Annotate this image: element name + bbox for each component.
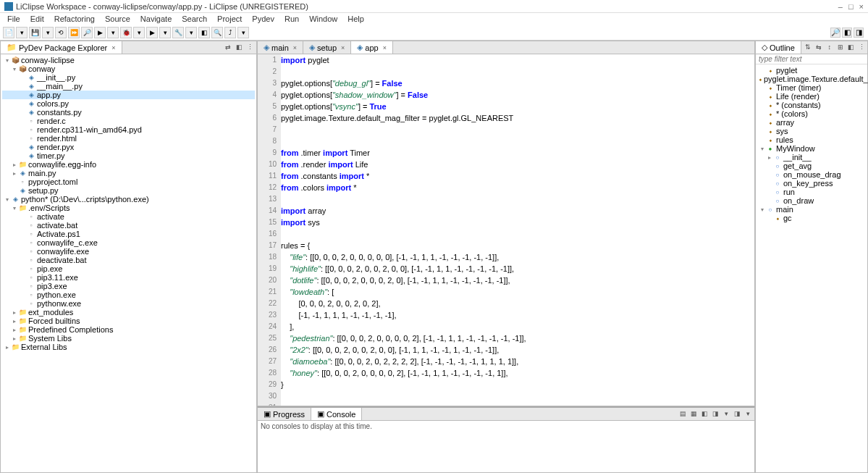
toolbar-button-4[interactable]: ⟲	[55, 27, 67, 38]
perspective-button-1[interactable]: ◧	[842, 28, 852, 38]
tree-item[interactable]: ▸◈main.py	[2, 169, 255, 177]
tree-item[interactable]: ▸📁conwaylife.egg-info	[2, 160, 255, 169]
explorer-tool-0[interactable]: ⇄	[223, 42, 233, 52]
tree-item[interactable]: ▸📁ext_modules	[2, 308, 255, 317]
outline-item[interactable]: ⬥array	[757, 118, 866, 127]
menu-navigate[interactable]: Navigate	[136, 14, 176, 23]
outline-item[interactable]: ○get_avg	[757, 162, 866, 170]
tree-item[interactable]: ▫deactivate.bat	[2, 256, 255, 264]
editor-tab-app[interactable]: ◈app×	[351, 41, 393, 54]
console-tab-console[interactable]: ▣Console	[311, 408, 362, 420]
close-icon[interactable]: ×	[111, 44, 115, 51]
console-tool-0[interactable]: ▤	[678, 409, 688, 419]
menu-window[interactable]: Window	[305, 14, 342, 23]
package-explorer-tab[interactable]: 📁 PyDev Package Explorer ×	[1, 41, 122, 54]
tree-item[interactable]: ▾📦conway	[2, 64, 255, 73]
outline-tool-1[interactable]: ⇆	[814, 42, 824, 52]
toolbar-button-10[interactable]: ▾	[133, 27, 145, 38]
menu-search[interactable]: Search	[177, 14, 211, 23]
toolbar-button-9[interactable]: 🐞	[120, 27, 132, 38]
tree-item[interactable]: ▫render.c	[2, 117, 255, 125]
outline-item[interactable]: ○on_key_press	[757, 179, 866, 188]
tree-item[interactable]: ▫pip.exe	[2, 264, 255, 273]
tree-item[interactable]: ▾◈python* (D:\Dev\...cripts\python.exe)	[2, 195, 255, 204]
outline-tree[interactable]: ⬥pyglet⬥pyglet.image.Texture.default_mag…	[756, 64, 867, 224]
editor-tab-setup[interactable]: ◈setup×	[303, 41, 351, 54]
toolbar-button-16[interactable]: 🔍	[211, 27, 223, 38]
explorer-tree[interactable]: ▾📦conway-liclipse▾📦conway◈__init__.py◈__…	[1, 54, 256, 472]
tree-item[interactable]: ▸📁External Libs	[2, 343, 255, 351]
outline-item[interactable]: ⬥gc	[757, 214, 866, 222]
toolbar-button-15[interactable]: ◧	[198, 27, 210, 38]
toolbar-button-3[interactable]: ▾	[42, 27, 54, 38]
outline-item[interactable]: ⬥sys	[757, 127, 866, 135]
toolbar-button-1[interactable]: ▾	[16, 27, 28, 38]
toolbar-button-0[interactable]: 📄	[3, 27, 14, 38]
explorer-tool-1[interactable]: ◧	[234, 42, 244, 52]
console-tab-progress[interactable]: ▣Progress	[258, 408, 311, 420]
toolbar-button-12[interactable]: ▾	[159, 27, 171, 38]
close-icon[interactable]: ×	[383, 44, 387, 51]
toolbar-button-13[interactable]: 🔧	[172, 27, 184, 38]
perspective-button-2[interactable]: ◨	[854, 28, 864, 38]
outline-item[interactable]: ⬥Life (render)	[757, 92, 866, 101]
toolbar-button-5[interactable]: ⏩	[68, 27, 80, 38]
perspective-button-0[interactable]: 🔎	[830, 28, 840, 38]
window-maximize[interactable]: □	[848, 2, 854, 11]
tree-item[interactable]: ◈timer.py	[2, 151, 255, 160]
outline-tool-4[interactable]: ◧	[846, 42, 856, 52]
tree-item[interactable]: ▫conwaylife.exe	[2, 247, 255, 256]
toolbar-button-14[interactable]: ▾	[185, 27, 197, 38]
outline-item[interactable]: ▾●MyWindow	[757, 144, 866, 153]
menu-source[interactable]: Source	[101, 14, 135, 23]
tree-item[interactable]: ▫activate	[2, 212, 255, 221]
tree-item[interactable]: ▫render.cp311-win_amd64.pyd	[2, 125, 255, 134]
outline-tool-0[interactable]: ⇅	[803, 42, 813, 52]
outline-item[interactable]: ⬥pyglet	[757, 66, 866, 75]
toolbar-button-2[interactable]: 💾	[29, 27, 41, 38]
outline-item[interactable]: ⬥* (colors)	[757, 109, 866, 118]
tree-item[interactable]: ◈colors.py	[2, 99, 255, 108]
menu-edit[interactable]: Edit	[26, 14, 49, 23]
tree-item[interactable]: ◈app.py	[2, 91, 255, 99]
console-tool-3[interactable]: ◨	[710, 409, 720, 419]
menu-file[interactable]: File	[3, 14, 25, 23]
toolbar-button-11[interactable]: ▶	[146, 27, 158, 38]
outline-tool-2[interactable]: ↕	[825, 42, 835, 52]
tree-item[interactable]: ▫conwaylife_c.exe	[2, 238, 255, 247]
console-tool-4[interactable]: ▾	[721, 409, 731, 419]
menu-refactoring[interactable]: Refactoring	[50, 14, 99, 23]
outline-item[interactable]: ○on_draw	[757, 196, 866, 205]
explorer-tool-2[interactable]: ⋮	[245, 42, 255, 52]
toolbar-button-7[interactable]: ▶	[94, 27, 106, 38]
outline-tab[interactable]: ◇ Outline	[756, 41, 801, 54]
tree-item[interactable]: ◈setup.py	[2, 186, 255, 195]
outline-item[interactable]: ⬥Timer (timer)	[757, 83, 866, 92]
window-close[interactable]: ×	[859, 2, 864, 11]
toolbar-button-6[interactable]: 🔎	[81, 27, 93, 38]
toolbar-button-18[interactable]: ▾	[237, 27, 249, 38]
toolbar-button-8[interactable]: ▾	[107, 27, 119, 38]
tree-item[interactable]: ▫python.exe	[2, 290, 255, 299]
window-minimize[interactable]: –	[838, 2, 843, 11]
menu-pydev[interactable]: Pydev	[248, 14, 279, 23]
outline-item[interactable]: ○run	[757, 188, 866, 196]
tree-item[interactable]: ▸📁System Libs	[2, 334, 255, 343]
code-editor[interactable]: 1234567891011121314151617181920212223242…	[258, 54, 754, 406]
menu-help[interactable]: Help	[343, 14, 368, 23]
outline-item[interactable]: ○on_mouse_drag	[757, 170, 866, 179]
tree-item[interactable]: ◈render.pyx	[2, 143, 255, 151]
console-tool-2[interactable]: ◧	[699, 409, 709, 419]
tree-item[interactable]: ▫pip3.exe	[2, 282, 255, 290]
tree-item[interactable]: ▫Activate.ps1	[2, 230, 255, 238]
tree-item[interactable]: ◈__main__.py	[2, 82, 255, 91]
tree-item[interactable]: ◈__init__.py	[2, 73, 255, 82]
console-tool-6[interactable]: ▾	[743, 409, 753, 419]
tree-item[interactable]: ▫activate.bat	[2, 221, 255, 230]
outline-filter-input[interactable]	[759, 55, 864, 63]
tree-item[interactable]: ▫pyproject.toml	[2, 177, 255, 186]
outline-item[interactable]: ▾○main	[757, 205, 866, 214]
tree-item[interactable]: ▫render.html	[2, 134, 255, 143]
outline-item[interactable]: ⬥rules	[757, 135, 866, 144]
toolbar-button-17[interactable]: ⤴	[224, 27, 236, 38]
